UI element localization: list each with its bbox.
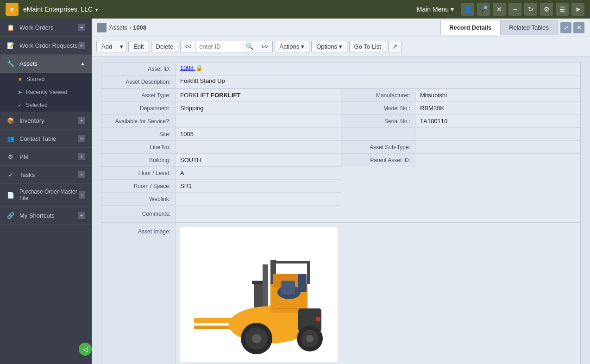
sidebar-item-tasks[interactable]: ✓ Tasks + [0,166,92,184]
svg-rect-22 [270,261,273,284]
sidebar-item-recently-viewed[interactable]: ➤ Recently Viewed [0,86,92,99]
options-dropdown[interactable]: Options Options ▾ [311,41,347,52]
asset-type-label: Asset Type: [101,89,176,101]
add-dropdown-button[interactable]: ▾ [117,41,126,52]
top-bar: e eMaint Enterprises, LLC ▾ Main Menu ▾ … [0,0,590,19]
inventory-add-btn[interactable]: + [78,117,85,124]
sidebar-item-my-shortcuts[interactable]: 🔗 My Shortcuts + [0,207,92,225]
asset-id-value: 1008 🔒 [176,63,580,75]
record-form: Asset ID: 1008 🔒 Asset Description: [92,56,590,364]
sidebar-item-assets[interactable]: 🔧 Assets ▲ [0,55,92,73]
available-row: Available for Service?: [101,115,341,128]
prev-button[interactable]: << [180,41,195,52]
add-button[interactable]: Add [96,41,117,52]
sidebar-container: 📋 Work Orders + 📝 Work Order Requests + … [0,19,92,364]
building-row: Building: SOUTH [101,154,341,167]
sidebar-toggle-button[interactable]: ◁ [79,343,92,356]
form-left: Asset Type: FORKLIFT FORKLIFT Department… [101,88,341,223]
app-logo: e [6,3,19,16]
main-layout: 📋 Work Orders + 📝 Work Order Requests + … [0,19,590,364]
work-order-requests-add-btn[interactable]: + [78,42,85,49]
site-value: 1005 [176,129,341,139]
tab-record-details[interactable]: Record Details [440,20,500,35]
expand-button[interactable]: ⤢ [560,22,571,33]
asset-id-label: Asset ID: [101,63,176,75]
manufacturer-label: Manufacturer: [341,89,415,101]
image-label: Asset Image: [101,223,176,364]
go-to-list-button[interactable]: Go To List [349,41,386,52]
pm-icon: ⚙ [6,152,15,161]
search-input[interactable] [195,41,242,52]
selected-icon: ✓ [18,102,22,108]
sidebar-item-purchase-order[interactable]: 📄 Purchase Order Master File + [0,184,92,207]
send-button[interactable]: ➤ [571,3,584,16]
image-section: Asset Image: [101,223,581,364]
header-section: Asset ID: 1008 🔒 Asset Description: [101,62,581,88]
forward-button[interactable]: → [508,3,521,16]
forklift-image [180,227,338,362]
my-shortcuts-add-btn[interactable]: + [78,212,85,219]
share-button[interactable]: ↗ [388,41,402,52]
sidebar-item-inventory[interactable]: 📦 Inventory + [0,112,92,130]
search-button[interactable]: 🔍 [242,41,257,52]
tasks-add-btn[interactable]: + [78,171,85,178]
comments-row: Comments: [101,206,341,222]
asset-id-link[interactable]: 1008 [180,64,195,71]
floor-value: A [176,168,341,178]
line-no-row: Line No: [101,141,341,154]
sidebar-label-inventory: Inventory [19,117,44,124]
close-tab-button[interactable]: ✕ [573,22,584,33]
settings-button[interactable]: ⚙ [540,3,553,16]
next-button[interactable]: >> [257,41,272,52]
purchase-order-icon: 📄 [6,191,15,199]
breadcrumb: Assets › 1008 [97,23,146,32]
sidebar-item-work-order-requests[interactable]: 📝 Work Order Requests + [0,37,92,55]
asset-type-row: Asset Type: FORKLIFT FORKLIFT [101,89,341,102]
weblink-value [176,197,341,201]
refresh-button[interactable]: ↻ [524,3,537,16]
main-menu-button[interactable]: Main Menu ▾ [417,6,454,13]
assets-collapse-btn[interactable]: ▲ [80,61,85,66]
department-row: Department: Shipping [101,102,341,115]
svg-point-17 [252,334,261,343]
subtype-value [415,145,580,149]
purchase-order-add-btn[interactable]: + [79,191,85,199]
contact-table-icon: 👥 [6,134,15,143]
sidebar-label-my-shortcuts: My Shortcuts [19,212,55,219]
toolbar-search: << 🔍 >> [180,41,272,52]
sidebar-item-contact-table[interactable]: 👥 Contact Table + [0,130,92,148]
sidebar-item-work-orders[interactable]: 📋 Work Orders + [0,19,92,37]
svg-rect-21 [270,261,310,264]
sidebar-item-starred[interactable]: ★ Starred [0,73,92,86]
breadcrumb-arrow: › [129,24,131,31]
weblink-label: Weblink: [101,193,176,205]
subtype-row: Asset Sub-Type: [341,141,580,154]
assets-submenu: ★ Starred ➤ Recently Viewed ✓ Selected [0,73,92,112]
lock-icon: 🔒 [195,64,203,71]
svg-rect-12 [281,281,295,295]
parent-row: Parent Asset ID: [341,154,580,167]
list-button[interactable]: ☰ [556,3,569,16]
site-row: Site: 1005 [101,128,341,141]
work-orders-icon: 📋 [6,23,15,31]
delete-button[interactable]: Delete [151,41,179,52]
sidebar-item-pm[interactable]: ⚙ PM + [0,148,92,166]
comments-label: Comments: [101,206,176,222]
department-value: Shipping [176,103,341,113]
pm-add-btn[interactable]: + [78,153,85,160]
svg-rect-23 [307,261,310,284]
close-x-button[interactable]: ✕ [493,3,506,16]
mic-icon-button[interactable]: 🎤 [477,3,490,16]
tab-related-tables[interactable]: Related Tables [500,20,558,35]
user-icon-button[interactable]: 👤 [461,3,474,16]
edit-button[interactable]: Edit [128,41,149,52]
parent-label: Parent Asset ID: [341,154,415,167]
sidebar-item-selected[interactable]: ✓ Selected [0,99,92,112]
main-content: Assets › 1008 Record Details Related Tab… [92,19,590,364]
serial-row: Serial No.: 1A180110 [341,115,580,128]
image-value [176,223,580,364]
work-orders-add-btn[interactable]: + [78,24,85,31]
actions-dropdown[interactable]: Actions ▾ [275,41,310,52]
contact-table-add-btn[interactable]: + [78,135,85,142]
form-two-col: Asset Type: FORKLIFT FORKLIFT Department… [101,88,581,223]
